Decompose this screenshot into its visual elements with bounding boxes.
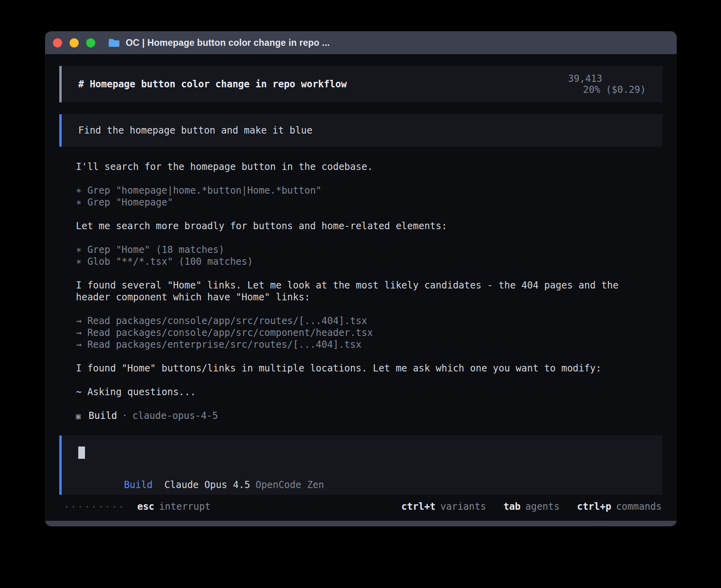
agent-model: claude-opus-4-5 (132, 410, 218, 421)
tool-call-grep: ∗ Grep "homepage|home.*button|Home.*butt… (76, 185, 646, 196)
terminal-content: # Homepage button color change in repo w… (45, 54, 677, 521)
separator-dot: · (122, 410, 127, 421)
tool-call-read: → Read packages/console/app/src/routes/[… (76, 315, 646, 327)
agent-icon: ▣ (76, 411, 81, 421)
traffic-lights (53, 38, 95, 47)
tool-call-grep: ∗ Grep "Homepage" (76, 196, 646, 208)
token-count: 39,413 (568, 73, 602, 84)
zoom-button[interactable] (86, 38, 95, 47)
tool-call-glob: ∗ Glob "**/*.tsx" (100 matches) (76, 256, 646, 268)
assistant-message: I'll search for the homepage button in t… (76, 161, 646, 173)
close-button[interactable] (53, 38, 62, 47)
statusbar-right: ctrl+tvariants tabagents ctrl+pcommands (384, 501, 662, 512)
folder-icon (108, 38, 120, 48)
active-model: Claude Opus 4.5 (164, 479, 250, 490)
esc-key: esc (137, 501, 154, 512)
tool-call-grep: ∗ Grep "Home" (18 matches) (76, 244, 646, 256)
commands-label: commands (616, 501, 662, 512)
assistant-message: I found "Home" buttons/links in multiple… (76, 362, 646, 374)
activity-spinner: ········· (64, 502, 125, 512)
context-usage: 20% ($0.29) (583, 84, 646, 95)
prompt-input[interactable]: BuildClaude Opus 4.5OpenCode Zen (59, 435, 662, 495)
tool-call-read: → Read packages/console/app/src/componen… (76, 327, 646, 339)
user-message: Find the homepage button and make it blu… (59, 114, 662, 147)
assistant-message: I found several "Home" links. Let me loo… (76, 279, 646, 303)
status-message: ~ Asking questions... (76, 386, 646, 398)
tool-call-group: ∗ Grep "homepage|home.*button|Home.*butt… (76, 185, 646, 208)
statusbar: ········· escinterrupt ctrl+tvariants ta… (59, 495, 662, 521)
keybind-commands: ctrl+pcommands (577, 501, 662, 512)
text-cursor (78, 447, 85, 459)
commands-key: ctrl+p (577, 501, 612, 512)
active-agent: Build (124, 479, 153, 490)
terminal-window: OC | Homepage button color change in rep… (45, 31, 677, 526)
session-header: # Homepage button color change in repo w… (59, 66, 662, 102)
variants-label: variants (440, 501, 486, 512)
model-provider: OpenCode Zen (256, 479, 324, 490)
variants-key: ctrl+t (401, 501, 436, 512)
user-message-text: Find the homepage button and make it blu… (78, 125, 312, 136)
keybind-variants: ctrl+tvariants (401, 501, 486, 512)
keybind-interrupt: escinterrupt (137, 501, 210, 512)
interrupt-label: interrupt (159, 501, 211, 512)
minimize-button[interactable] (70, 38, 79, 47)
statusbar-left: ········· escinterrupt (64, 501, 211, 512)
agents-key: tab (504, 501, 521, 512)
agents-label: agents (525, 501, 560, 512)
session-title: # Homepage button color change in repo w… (78, 79, 347, 90)
window-title: OC | Homepage button color change in rep… (126, 38, 330, 48)
session-stats: 39,413 20% ($0.29) (522, 62, 646, 106)
conversation-transcript: I'll search for the homepage button in t… (59, 157, 662, 435)
assistant-message: Let me search more broadly for buttons a… (76, 220, 646, 232)
tool-call-group: → Read packages/console/app/src/routes/[… (76, 315, 646, 351)
keybind-agents: tabagents (504, 501, 560, 512)
agent-name: Build (89, 410, 117, 421)
tool-call-group: ∗ Grep "Home" (18 matches) ∗ Glob "**/*.… (76, 244, 646, 268)
tool-call-read: → Read packages/enterprise/src/routes/[.… (76, 339, 646, 351)
titlebar[interactable]: OC | Homepage button color change in rep… (45, 31, 677, 54)
agent-status: ▣Build·claude-opus-4-5 (76, 410, 646, 422)
